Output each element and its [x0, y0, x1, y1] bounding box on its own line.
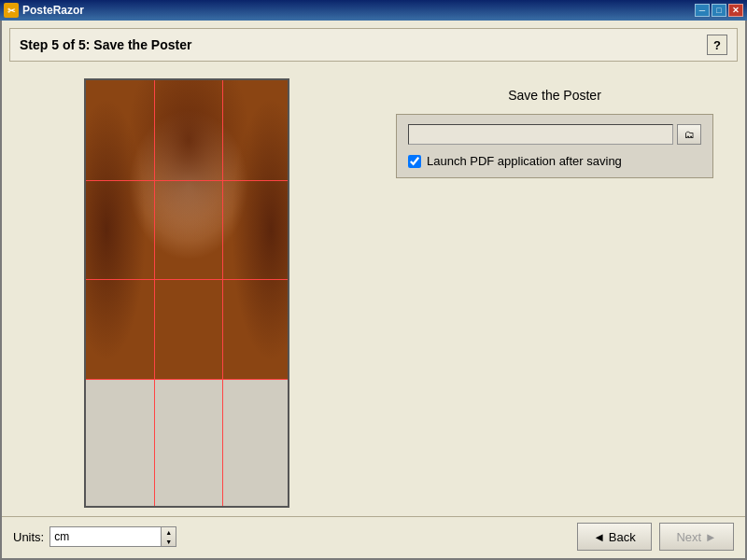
- folder-icon: 🗂: [684, 129, 695, 140]
- titlebar-left: ✂ PosteRazor: [4, 3, 84, 18]
- units-select-wrapper: ▲ ▼: [49, 526, 176, 547]
- save-box: 🗂 Launch PDF application after saving: [396, 114, 713, 178]
- titlebar: ✂ PosteRazor ─ □ ✕: [0, 0, 747, 21]
- bottom-bar: Units: ▲ ▼ ◄ Back Next ►: [2, 516, 745, 558]
- poster-gray-area: [86, 379, 289, 508]
- back-button[interactable]: ◄ Back: [577, 523, 652, 551]
- app-icon: ✂: [4, 3, 19, 18]
- save-input-row: 🗂: [408, 124, 701, 145]
- step-label: Step 5 of 5: Save the Poster: [20, 37, 191, 52]
- nav-buttons: ◄ Back Next ►: [577, 523, 734, 551]
- save-path-input[interactable]: [408, 124, 673, 145]
- step-header: Step 5 of 5: Save the Poster ?: [9, 28, 738, 62]
- hair-overlay: [86, 80, 289, 379]
- save-title: Save the Poster: [508, 88, 601, 103]
- poster-image-area: [86, 80, 289, 379]
- help-button[interactable]: ?: [707, 35, 727, 55]
- units-label: Units:: [13, 530, 44, 544]
- left-panel: [9, 69, 364, 509]
- spinner-up-icon[interactable]: ▲: [162, 527, 176, 537]
- save-browse-button[interactable]: 🗂: [677, 124, 701, 145]
- content-area: Save the Poster 🗂 Launch PDF application…: [2, 62, 745, 516]
- next-button[interactable]: Next ►: [659, 523, 734, 551]
- minimize-button[interactable]: ─: [695, 4, 710, 17]
- right-panel: Save the Poster 🗂 Launch PDF application…: [372, 69, 738, 509]
- titlebar-buttons: ─ □ ✕: [695, 4, 743, 17]
- main-window: Step 5 of 5: Save the Poster ?: [0, 21, 747, 560]
- launch-pdf-label[interactable]: Launch PDF application after saving: [427, 154, 622, 168]
- poster-preview: [84, 78, 289, 508]
- titlebar-title: PosteRazor: [22, 4, 84, 17]
- units-group: Units: ▲ ▼: [13, 526, 176, 547]
- close-button[interactable]: ✕: [728, 4, 743, 17]
- checkbox-row: Launch PDF application after saving: [408, 154, 701, 168]
- units-spinner[interactable]: ▲ ▼: [162, 526, 176, 547]
- units-input[interactable]: [49, 526, 162, 547]
- maximize-button[interactable]: □: [712, 4, 726, 17]
- launch-pdf-checkbox[interactable]: [408, 155, 421, 168]
- spinner-down-icon[interactable]: ▼: [162, 537, 176, 546]
